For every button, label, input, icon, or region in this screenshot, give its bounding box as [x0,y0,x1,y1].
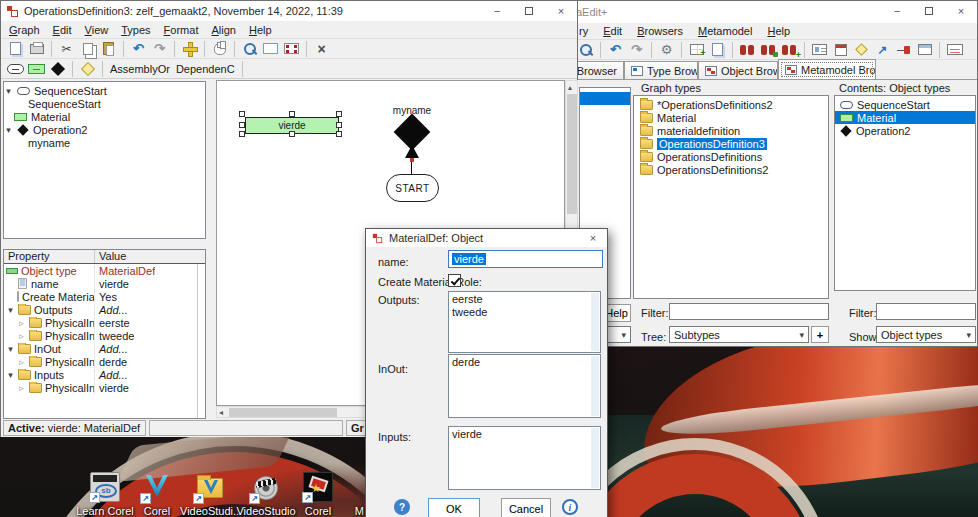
desktop-icon-corel[interactable]: ↗ Corel [127,472,187,517]
outputs-item[interactable]: tweede [452,306,600,319]
dependency-tool[interactable]: DependenC [173,63,238,75]
zoom-button[interactable] [239,39,260,58]
expand-icon[interactable]: ▾ [4,125,13,135]
create-material-role-checkbox[interactable] [448,274,461,287]
relationship-line[interactable] [411,162,412,174]
property-row[interactable]: ▹ PhysicalInterf eerste [4,316,205,329]
inout-list[interactable]: derde [448,354,601,418]
copy-button[interactable] [77,39,98,58]
expand-icon[interactable]: ▾ [6,370,15,380]
report-button[interactable] [707,40,728,59]
contents-list[interactable]: SequenceStart Material Operation2 [834,95,976,291]
undo-button[interactable]: ↶ [605,40,626,59]
menu-edit[interactable]: Edit [603,25,622,37]
settings-button[interactable]: ⚙ [656,40,677,59]
selection-handle[interactable] [336,122,342,128]
graph-type-item-selected[interactable]: OperationsDefinition3 [634,137,828,150]
tree-item[interactable]: SequenceStart [4,97,205,110]
vscroll-thumb[interactable] [567,94,577,214]
tab-object-browser[interactable]: Object Browser [698,61,778,80]
graph-types-list[interactable]: *OperationsDefinitions2 Material materia… [633,95,829,299]
selection-handle[interactable] [289,111,295,117]
object-type-item[interactable]: SequenceStart [835,98,975,111]
collapse-icon[interactable]: ▹ [17,318,26,328]
expand-icon[interactable]: ▾ [4,86,13,96]
property-row[interactable]: name vierde [4,277,205,290]
role-button[interactable]: ↗ [872,40,893,59]
minimize-button[interactable]: − [481,1,513,21]
tree-item[interactable]: ▾ SequenceStart [4,84,205,97]
collapse-icon[interactable]: ▹ [17,383,26,393]
tree-item[interactable]: ▾ Operation2 [4,123,205,136]
selection-handle[interactable] [336,131,342,137]
object-browser-button[interactable] [809,40,830,59]
desktop-icon-videostudio-folder[interactable]: ↗ VideoStudi... [180,472,240,517]
help-button[interactable]: ? [394,499,410,515]
locate-type-button[interactable]: + [811,326,829,343]
inputs-list[interactable]: vierde [448,426,601,490]
graph-type-item[interactable]: OperationsDefinitions2 [634,163,828,176]
object-type-item[interactable]: Operation2 [835,124,975,137]
outputs-item[interactable]: eerste [452,293,600,306]
calendar-button[interactable] [830,40,851,59]
collapse-icon[interactable]: ▹ [17,357,26,367]
menu-graph[interactable]: Graph [9,24,40,36]
grab-button[interactable] [209,39,230,58]
tab-type-browser[interactable]: Type Browser [624,61,698,80]
property-row[interactable]: Create Material R Yes [4,290,205,303]
undo-button[interactable]: ↶ [128,39,149,58]
window-button[interactable] [914,40,935,59]
maximize-button[interactable] [913,1,945,21]
new-type-button[interactable] [686,40,707,59]
menu-view[interactable]: View [85,24,109,36]
info-button[interactable]: i [562,499,578,515]
menu-align[interactable]: Align [211,24,235,36]
tree-mode-select[interactable]: Subtypes ▾ [669,326,809,343]
ok-button[interactable]: OK [428,498,480,517]
paste-button[interactable] [98,39,119,58]
start-node[interactable]: START [386,174,439,202]
graph-type-item[interactable]: Material [634,111,828,124]
menu-metamodel[interactable]: Metamodel [698,25,752,37]
fit-view-button[interactable] [281,39,302,58]
report-button[interactable] [5,39,26,58]
selection-handle[interactable] [289,131,295,137]
expand-icon[interactable]: ▾ [6,344,15,354]
outputs-list[interactable]: eerste tweede [448,291,601,353]
port-button[interactable] [893,40,914,59]
tab-graph-browser[interactable]: h Browser [571,61,624,80]
menu-edit[interactable]: Edit [53,24,72,36]
tree-item[interactable]: myname [4,136,205,149]
menu-repository-partial[interactable]: ry [579,25,588,37]
close-button[interactable]: × [545,1,577,21]
scroll-left-icon[interactable]: ◂ [219,408,223,418]
graph-type-item[interactable]: materialdefinition [634,124,828,137]
hscroll-thumb[interactable] [229,408,337,417]
property-row[interactable]: ▾ Inputs Add... [4,368,205,381]
property-row[interactable]: Object type MaterialDef [4,264,205,277]
inputs-item[interactable]: vierde [452,428,600,441]
contents-filter-input[interactable] [876,303,976,320]
close-button[interactable]: × [945,1,977,21]
maximize-button[interactable] [513,1,545,21]
redo-button[interactable]: ↷ [626,40,647,59]
relationship-button[interactable] [851,40,872,59]
menu-help[interactable]: Help [767,25,790,37]
menu-types[interactable]: Types [121,24,150,36]
expand-icon[interactable]: ▾ [6,305,15,315]
assemblyor-tool[interactable]: AssemblyOr [107,63,173,75]
graph-filter-input[interactable] [669,303,829,320]
operation-tool[interactable] [47,59,68,78]
menu-format[interactable]: Format [164,24,199,36]
zoom-button[interactable] [575,40,596,59]
desktop-icon-learn-corel[interactable]: sb ↗ Learn Corel [75,472,135,517]
selection-handle[interactable] [239,122,245,128]
selection-handle[interactable] [239,131,245,137]
diagram-tree-panel[interactable]: ▾ SequenceStart SequenceStart Material ▾… [3,81,206,239]
graph-type-item[interactable]: OperationsDefinitions [634,150,828,163]
find-button[interactable] [737,40,758,59]
redo-button[interactable]: ↷ [149,39,170,58]
material-tool[interactable] [26,59,47,78]
collapse-icon[interactable]: ▹ [17,331,26,341]
name-input[interactable]: vierde [448,250,603,268]
